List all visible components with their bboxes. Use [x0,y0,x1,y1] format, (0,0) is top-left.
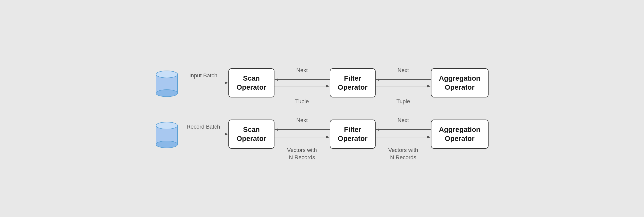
svg-point-2 [156,71,178,78]
input-connector-top: Input Batch [178,80,228,85]
scan-operator-bottom: ScanOperator [228,120,274,149]
svg-point-15 [156,122,178,129]
row-bottom: Record Batch ScanOperator Next [155,119,488,150]
connector-top-2-next-label: Next [397,67,409,74]
cylinder-bottom [155,119,178,150]
connector-bottom-1-next-label: Next [296,117,308,124]
svg-point-1 [156,90,178,97]
svg-marker-17 [225,133,228,135]
svg-marker-25 [427,136,431,138]
input-label-top: Input Batch [189,72,217,79]
svg-marker-8 [326,85,330,87]
scan-operator-top-label: ScanOperator [236,74,266,92]
agg-operator-top: AggregationOperator [431,68,489,98]
input-label-bottom: Record Batch [187,124,220,130]
filter-operator-bottom: FilterOperator [330,120,376,149]
svg-point-14 [156,141,178,148]
svg-marker-10 [376,78,379,81]
cylinder-top [155,67,178,98]
connector-bottom-1-vectors-label: Vectors withN Records [287,146,317,161]
svg-marker-23 [376,128,379,131]
connector-bottom-1: Next Vectors withN Records [274,124,330,144]
svg-marker-6 [274,78,278,81]
connector-bottom-2: Next Vectors withN Records [376,124,431,144]
filter-operator-top: FilterOperator [330,68,376,98]
scan-operator-bottom-label: ScanOperator [236,125,266,143]
scan-operator-top: ScanOperator [228,68,274,98]
connector-top-1-tuple-label: Tuple [295,98,309,105]
svg-marker-4 [225,82,228,84]
agg-operator-bottom: AggregationOperator [431,120,489,149]
filter-operator-top-label: FilterOperator [338,74,368,92]
connector-top-2: Next Tuple [376,74,431,92]
connector-bottom-2-next-label: Next [397,117,409,124]
connector-top-1-next-label: Next [296,67,308,74]
connector-top-1: Next Tuple [274,74,330,92]
svg-marker-12 [427,85,431,87]
input-connector-bottom: Record Batch [178,132,228,137]
agg-operator-top-label: AggregationOperator [439,74,480,92]
svg-marker-19 [274,128,278,131]
filter-operator-bottom-label: FilterOperator [338,125,368,143]
connector-bottom-2-vectors-label: Vectors withN Records [388,146,418,161]
connector-top-2-tuple-label: Tuple [396,98,410,105]
svg-marker-21 [326,136,330,138]
diagram-container: Input Batch ScanOperator Next [135,57,508,160]
row-top: Input Batch ScanOperator Next [155,67,488,98]
agg-operator-bottom-label: AggregationOperator [439,125,480,143]
